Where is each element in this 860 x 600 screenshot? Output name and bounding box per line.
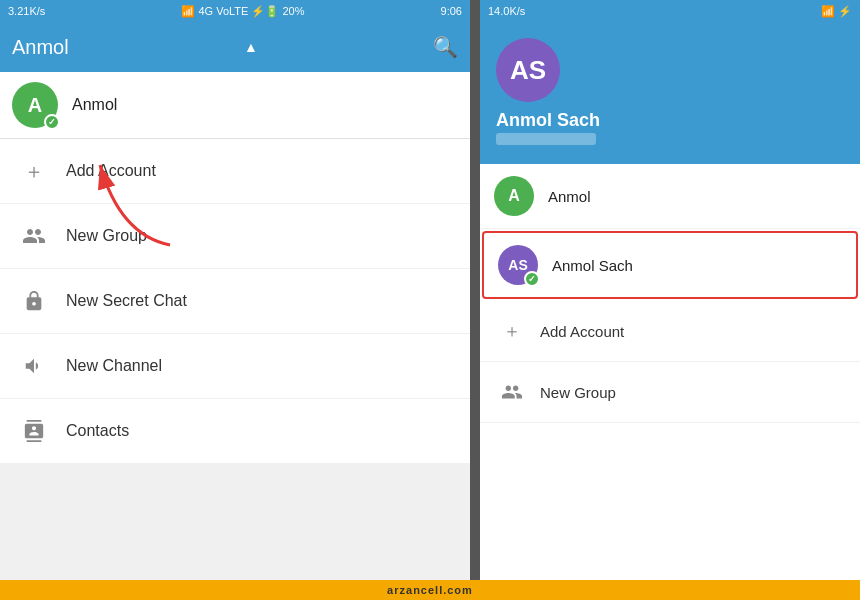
add-account-label: Add Account [66,162,156,180]
anmol-sach-avatar: AS ✓ [498,245,538,285]
anmol-avatar: A [494,176,534,216]
right-status-left: 14.0K/s [488,5,525,17]
profile-phone [496,133,596,148]
account-row[interactable]: A ✓ Anmol [0,72,470,139]
right-plus-icon: ＋ [496,315,528,347]
profile-initials: AS [510,55,546,86]
active-check-badge-right: ✓ [524,271,540,287]
right-account-anmol-sach[interactable]: AS ✓ Anmol Sach [482,231,858,299]
phone-divider [470,0,480,580]
bottom-bar: arzancell.com [0,580,860,600]
new-group-item[interactable]: New Group [0,204,470,269]
right-group-icon [496,376,528,408]
left-header-title: Anmol [12,36,69,59]
left-status-left: 3.21K/s [8,5,45,17]
new-channel-item[interactable]: New Channel [0,334,470,399]
profile-name: Anmol Sach [496,110,600,131]
lock-icon [16,283,52,319]
anmol-name: Anmol [548,188,591,205]
left-status-time: 9:06 [441,5,462,17]
right-new-group-item[interactable]: New Group [480,362,860,423]
right-status-bar: 14.0K/s 📶 ⚡ [480,0,860,22]
right-add-account-label: Add Account [540,323,624,340]
right-profile-header: AS Anmol Sach [480,22,860,164]
right-status-icons: 📶 ⚡ [821,5,852,18]
plus-icon: ＋ [16,153,52,189]
group-icon [16,218,52,254]
avatar-initial: A [28,94,42,117]
left-phone: 3.21K/s 📶 4G VoLTE ⚡🔋 20% 9:06 Anmol ▲ 🔍… [0,0,470,580]
new-secret-chat-item[interactable]: New Secret Chat [0,269,470,334]
right-menu-list: A Anmol AS ✓ Anmol Sach ＋ Add Account [480,164,860,580]
account-name: Anmol [72,96,117,114]
new-group-label: New Group [66,227,147,245]
left-header: Anmol ▲ 🔍 [0,22,470,72]
profile-avatar: AS [496,38,560,102]
channel-icon [16,348,52,384]
active-check-badge: ✓ [44,114,60,130]
right-new-group-label: New Group [540,384,616,401]
add-account-item[interactable]: ＋ Add Account [0,139,470,204]
bottom-bar-text: arzancell.com [387,584,473,596]
contacts-item[interactable]: Contacts [0,399,470,464]
left-status-bar: 3.21K/s 📶 4G VoLTE ⚡🔋 20% 9:06 [0,0,470,22]
anmol-sach-name: Anmol Sach [552,257,633,274]
left-status-icons: 📶 4G VoLTE ⚡🔋 20% [181,5,304,18]
right-account-anmol[interactable]: A Anmol [480,164,860,229]
new-channel-label: New Channel [66,357,162,375]
contacts-icon [16,413,52,449]
new-secret-chat-label: New Secret Chat [66,292,187,310]
right-phone: 14.0K/s 📶 ⚡ AS Anmol Sach A Anmol AS [480,0,860,580]
up-arrow-icon[interactable]: ▲ [244,39,258,55]
avatar: A ✓ [12,82,58,128]
right-add-account-item[interactable]: ＋ Add Account [480,301,860,362]
contacts-label: Contacts [66,422,129,440]
search-icon[interactable]: 🔍 [433,35,458,59]
